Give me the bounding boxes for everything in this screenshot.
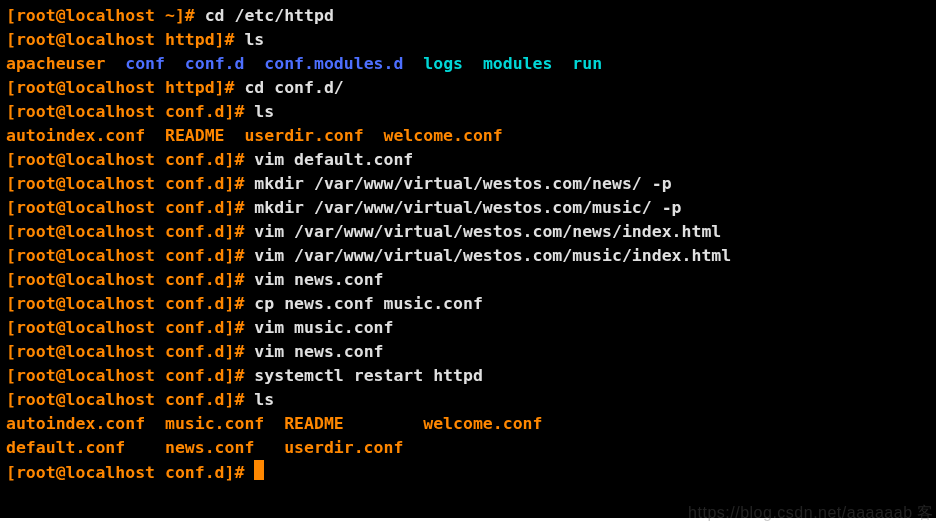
command-text: ls (244, 30, 264, 49)
output-text: conf.modules.d (264, 54, 423, 73)
terminal-line: [root@localhost ~]# cd /etc/httpd (6, 4, 936, 28)
terminal-line: [root@localhost conf.d]# vim news.conf (6, 268, 936, 292)
output-text: modules (483, 54, 572, 73)
terminal-line: [root@localhost conf.d]# (6, 460, 936, 485)
prompt: [root@localhost conf.d]# (6, 246, 254, 265)
output-text: run (572, 54, 602, 73)
terminal-line: [root@localhost httpd]# ls (6, 28, 936, 52)
output-text: default.conf news.conf userdir.conf (6, 438, 403, 457)
prompt: [root@localhost conf.d]# (6, 174, 254, 193)
terminal-window[interactable]: [root@localhost ~]# cd /etc/httpd[root@l… (0, 0, 936, 518)
terminal-line: [root@localhost conf.d]# cp news.conf mu… (6, 292, 936, 316)
command-text: cd conf.d/ (244, 78, 343, 97)
command-text: ls (254, 390, 274, 409)
output-text: conf (125, 54, 185, 73)
prompt: [root@localhost conf.d]# (6, 390, 254, 409)
output-text: apacheuser (6, 54, 125, 73)
terminal-line: autoindex.conf README userdir.conf welco… (6, 124, 936, 148)
watermark-text: https://blog.csdn.net/aaaaaab 客 (688, 503, 934, 524)
terminal-line: [root@localhost conf.d]# vim /var/www/vi… (6, 220, 936, 244)
command-text: mkdir /var/www/virtual/westos.com/news/ … (254, 174, 671, 193)
prompt: [root@localhost conf.d]# (6, 366, 254, 385)
command-text: cd /etc/httpd (205, 6, 334, 25)
command-text: ls (254, 102, 274, 121)
terminal-line: [root@localhost conf.d]# ls (6, 100, 936, 124)
prompt: [root@localhost conf.d]# (6, 102, 254, 121)
cursor (254, 460, 264, 480)
prompt: [root@localhost conf.d]# (6, 222, 254, 241)
prompt: [root@localhost conf.d]# (6, 198, 254, 217)
prompt: [root@localhost httpd]# (6, 78, 244, 97)
terminal-line: autoindex.conf music.conf README welcome… (6, 412, 936, 436)
output-text: autoindex.conf README userdir.conf welco… (6, 126, 503, 145)
terminal-line: apacheuser conf conf.d conf.modules.d lo… (6, 52, 936, 76)
output-text: autoindex.conf music.conf README welcome… (6, 414, 542, 433)
prompt: [root@localhost conf.d]# (6, 463, 254, 482)
terminal-line: [root@localhost conf.d]# systemctl resta… (6, 364, 936, 388)
terminal-line: [root@localhost conf.d]# vim news.conf (6, 340, 936, 364)
prompt: [root@localhost conf.d]# (6, 150, 254, 169)
prompt: [root@localhost conf.d]# (6, 318, 254, 337)
output-text: logs (423, 54, 483, 73)
command-text: vim default.conf (254, 150, 413, 169)
terminal-line: [root@localhost conf.d]# vim music.conf (6, 316, 936, 340)
terminal-line: [root@localhost httpd]# cd conf.d/ (6, 76, 936, 100)
prompt: [root@localhost ~]# (6, 6, 205, 25)
terminal-line: default.conf news.conf userdir.conf (6, 436, 936, 460)
prompt: [root@localhost httpd]# (6, 30, 244, 49)
command-text: vim news.conf (254, 270, 383, 289)
command-text: vim /var/www/virtual/westos.com/music/in… (254, 246, 731, 265)
command-text: mkdir /var/www/virtual/westos.com/music/… (254, 198, 681, 217)
command-text: vim news.conf (254, 342, 383, 361)
prompt: [root@localhost conf.d]# (6, 294, 254, 313)
terminal-line: [root@localhost conf.d]# vim default.con… (6, 148, 936, 172)
terminal-line: [root@localhost conf.d]# mkdir /var/www/… (6, 172, 936, 196)
terminal-line: [root@localhost conf.d]# vim /var/www/vi… (6, 244, 936, 268)
command-text: vim /var/www/virtual/westos.com/news/ind… (254, 222, 721, 241)
command-text: systemctl restart httpd (254, 366, 482, 385)
prompt: [root@localhost conf.d]# (6, 342, 254, 361)
command-text: vim music.conf (254, 318, 393, 337)
command-text: cp news.conf music.conf (254, 294, 482, 313)
terminal-line: [root@localhost conf.d]# ls (6, 388, 936, 412)
prompt: [root@localhost conf.d]# (6, 270, 254, 289)
terminal-line: [root@localhost conf.d]# mkdir /var/www/… (6, 196, 936, 220)
output-text: conf.d (185, 54, 264, 73)
